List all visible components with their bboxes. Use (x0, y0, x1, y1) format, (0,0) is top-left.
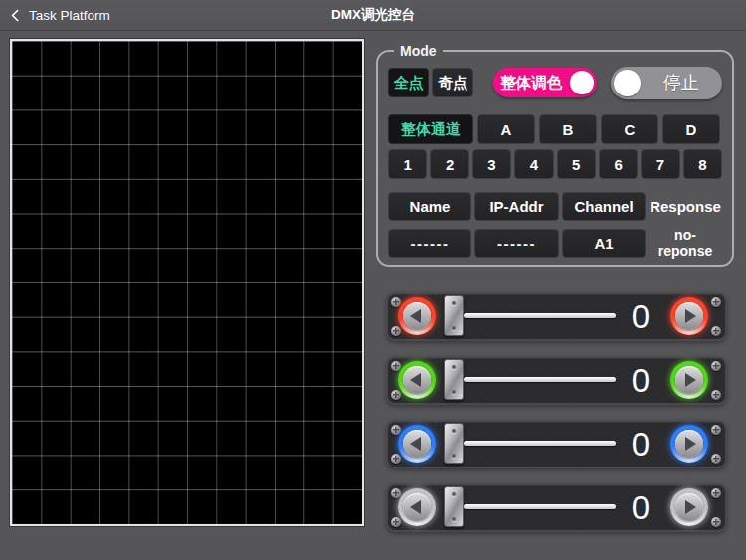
button-face (403, 493, 431, 521)
response-header-label: Response (649, 198, 722, 215)
slider-handle[interactable] (444, 423, 464, 464)
arrow-left-icon (410, 373, 421, 387)
button-face (675, 493, 703, 521)
button-face (403, 302, 431, 330)
slider-increment-button[interactable] (670, 425, 708, 463)
screw-icon (391, 488, 401, 498)
button-face (403, 430, 431, 458)
arrow-left-icon (410, 500, 421, 514)
slider-decrement-button[interactable] (398, 361, 436, 399)
screw-icon (711, 488, 721, 498)
slider-increment-button[interactable] (670, 488, 708, 526)
dmx-slider-red: 0 (386, 292, 727, 341)
button-face (675, 430, 703, 458)
screw-icon (391, 425, 401, 435)
screw-icon (391, 361, 401, 371)
mode-group: Mode 全点 奇点 整体调色 停止 整体通道 A B C D 1 2 3 4 … (376, 50, 734, 267)
button-all-points[interactable]: 全点 (388, 68, 429, 97)
arrow-right-icon (685, 373, 696, 387)
dmx-slider-blue: 0 (386, 420, 727, 468)
button-face (675, 366, 703, 394)
toggle-knob-icon (614, 70, 641, 96)
nav-bar: Task Platform DMX调光控台 (0, 0, 746, 31)
screw-icon (711, 517, 721, 527)
slider-track[interactable] (464, 313, 616, 318)
screw-icon (711, 326, 721, 336)
slider-value: 0 (617, 422, 664, 467)
screw-icon (711, 390, 721, 400)
arrow-right-icon (685, 500, 696, 514)
arrow-right-icon (685, 437, 696, 451)
channel-value-field[interactable]: A1 (562, 229, 646, 258)
dmx-slider-gray: 0 (386, 483, 727, 532)
slider-track[interactable] (464, 377, 616, 382)
mode-row-info-headers: Name IP-Addr Channel Response (388, 192, 722, 221)
button-face (675, 302, 703, 330)
screw-icon (711, 454, 721, 464)
mode-legend: Mode (394, 43, 443, 59)
mode-row-info-values: ------ ------ A1 no-reponse (388, 227, 722, 259)
slider-value: 0 (617, 294, 664, 339)
screw-icon (391, 454, 401, 464)
arrow-left-icon (410, 309, 421, 323)
button-number-3[interactable]: 3 (472, 149, 511, 179)
toggle-stop-label: 停止 (641, 71, 722, 94)
slider-handle[interactable] (444, 486, 464, 527)
button-face (403, 366, 431, 394)
slider-stack: 0 0 0 (386, 292, 727, 547)
arrow-right-icon (685, 309, 696, 323)
slider-decrement-button[interactable] (398, 425, 436, 463)
button-channel-b[interactable]: B (539, 114, 597, 144)
arrow-left-icon (410, 437, 421, 451)
button-number-7[interactable]: 7 (641, 149, 679, 179)
button-number-5[interactable]: 5 (557, 149, 596, 179)
screw-icon (711, 425, 721, 435)
ip-addr-value-field[interactable]: ------ (474, 229, 559, 258)
slider-track[interactable] (464, 504, 616, 509)
response-status-label: no-reponse (649, 227, 722, 259)
slider-handle[interactable] (444, 359, 464, 400)
button-number-1[interactable]: 1 (388, 149, 427, 179)
button-channel-header[interactable]: Channel (562, 192, 646, 221)
screw-icon (391, 297, 401, 307)
dmx-grid[interactable] (10, 39, 364, 526)
screw-icon (391, 326, 401, 336)
slider-decrement-button[interactable] (398, 297, 436, 335)
button-number-4[interactable]: 4 (514, 149, 553, 179)
slider-increment-button[interactable] (670, 297, 708, 335)
screw-icon (391, 390, 401, 400)
slider-decrement-button[interactable] (398, 488, 436, 526)
button-channel-a[interactable]: A (477, 114, 535, 144)
button-odd-points[interactable]: 奇点 (432, 68, 472, 97)
mode-row-channels: 整体通道 A B C D (388, 114, 722, 144)
name-value-field[interactable]: ------ (388, 229, 471, 258)
slider-value: 0 (617, 358, 664, 403)
screw-icon (391, 517, 401, 527)
button-ip-addr-header[interactable]: IP-Addr (474, 192, 559, 221)
button-number-2[interactable]: 2 (430, 149, 468, 179)
mode-row-toggles: 全点 奇点 整体调色 停止 (388, 68, 722, 97)
toggle-stop[interactable]: 停止 (611, 67, 722, 99)
screw-icon (711, 297, 721, 307)
slider-track[interactable] (464, 441, 616, 446)
slider-handle[interactable] (444, 295, 464, 336)
button-channel-d[interactable]: D (662, 114, 720, 144)
button-name-header[interactable]: Name (388, 192, 471, 221)
toggle-knob-icon (570, 71, 594, 94)
slider-value: 0 (617, 485, 664, 530)
button-channel-c[interactable]: C (601, 114, 658, 144)
screw-icon (711, 361, 721, 371)
mode-row-numbers: 1 2 3 4 5 6 7 8 (388, 149, 722, 179)
page-title: DMX调光控台 (0, 6, 746, 24)
toggle-color-adjust[interactable]: 整体调色 (493, 68, 597, 97)
button-number-6[interactable]: 6 (599, 149, 638, 179)
toggle-color-adjust-label: 整体调色 (493, 73, 570, 93)
button-all-channels[interactable]: 整体通道 (388, 114, 473, 144)
dmx-slider-green: 0 (386, 356, 727, 405)
button-number-8[interactable]: 8 (683, 149, 722, 179)
slider-increment-button[interactable] (670, 361, 708, 399)
